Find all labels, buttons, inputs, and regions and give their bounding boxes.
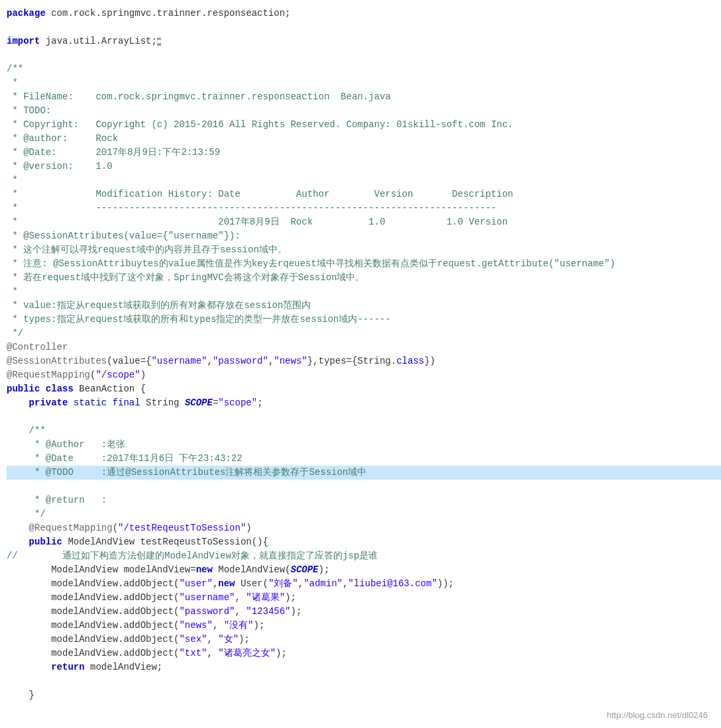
code-block: package com.rock.springmvc.trainner.resp… — [7, 7, 721, 702]
watermark: http://blog.csdn.net/dl0246 — [606, 709, 708, 722]
code-container: package com.rock.springmvc.trainner.resp… — [0, 0, 721, 728]
